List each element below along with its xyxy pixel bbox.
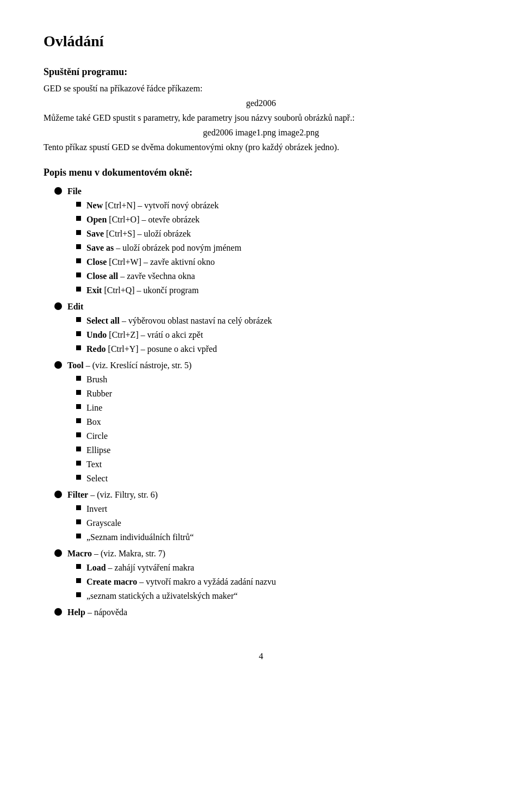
tool-content: Tool – (viz. Kreslící nástroje, str. 5) … [67,359,478,486]
bullet-sq [76,432,81,437]
list-item: Undo [Ctrl+Z] – vrátí o akci zpět [76,328,478,342]
bullet-filter [54,491,62,498]
list-item: „Seznam individuálních filtrů“ [76,531,478,544]
list-item: Close all – zavře všechna okna [76,270,478,283]
bullet-sq [76,272,81,277]
filter-item-list: „Seznam individuálních filtrů“ [86,531,478,544]
tool-item-box: Box [86,416,478,429]
list-item: Text [76,458,478,471]
filter-items: Invert Grayscale „Seznam individuálních … [67,503,478,544]
popis-heading: Popis menu v dokumentovém okně: [44,167,478,178]
edit-items: Select all – výběrovou oblast nastaví na… [67,314,478,356]
list-item: Create macro – vytvoří makro a vyžádá za… [76,575,478,588]
list-item-file: File New [Ctrl+N] – vytvoří nový obrázek… [54,185,478,298]
bullet-help [54,608,62,616]
bullet-sq [76,461,81,466]
list-item: Rubber [76,387,478,400]
list-item: Circle [76,430,478,443]
list-item: Ellipse [76,444,478,457]
bullet-sq [76,505,81,510]
macro-label-text: Macro – (viz. Makra, str. 7) [67,549,165,558]
list-item: Brush [76,373,478,386]
tool-item-text: Text [86,458,478,471]
spusteni-line1: GED se spouští na příkazové řádce příkaz… [44,82,478,95]
tool-item-rubber: Rubber [86,387,478,400]
macro-item-create: Create macro – vytvoří makro a vyžádá za… [86,575,478,588]
file-item-exit: Exit [Ctrl+Q] – ukončí program [86,284,478,297]
file-items: New [Ctrl+N] – vytvoří nový obrázek Open… [67,199,478,297]
list-item: Close [Ctrl+W] – zavře aktivní okno [76,256,478,269]
list-item: Line [76,401,478,414]
bullet-sq [76,447,81,451]
file-item-closeall: Close all – zavře všechna okna [86,270,478,283]
macro-items: Load – zahájí vytváření makra Create mac… [67,561,478,603]
list-item: Invert [76,503,478,516]
bullet-sq [76,564,81,569]
file-item-save: Save [Ctrl+S] – uloží obrázek [86,227,478,240]
list-item: Open [Ctrl+O] – otevře obrázek [76,213,478,226]
page-title: Ovládání [44,33,478,50]
file-item-saveas: Save as – uloží obrázek pod novým jménem [86,241,478,255]
list-item: Redo [Ctrl+Y] – posune o akci vpřed [76,343,478,356]
list-item: Box [76,416,478,429]
help-label-text: Help – nápověda [67,608,127,617]
list-item: Load – zahájí vytváření makra [76,561,478,574]
file-content: File New [Ctrl+N] – vytvoří nový obrázek… [67,185,478,298]
list-item-edit: Edit Select all – výběrovou oblast nasta… [54,300,478,357]
filter-item-invert: Invert [86,503,478,516]
tool-label-text: Tool – (viz. Kreslící nástroje, str. 5) [67,361,191,370]
bullet-sq [76,216,81,221]
edit-label: Edit [67,302,83,311]
bullet-sq [76,519,81,524]
bullet-sq [76,345,81,350]
tool-item-line: Line [86,401,478,414]
bullet-sq [76,331,81,336]
bullet-sq [76,390,81,395]
file-label: File [67,187,82,196]
bullet-sq [76,230,81,235]
macro-item-load: Load – zahájí vytváření makra [86,561,478,574]
bullet-edit [54,302,62,310]
page-number: 4 [259,652,263,661]
command1: ged2006 [44,98,478,108]
command2: ged2006 image1.png image2.png [44,128,478,138]
list-item: New [Ctrl+N] – vytvoří nový obrázek [76,199,478,212]
bullet-sq [76,592,81,597]
list-item-tool: Tool – (viz. Kreslící nástroje, str. 5) … [54,359,478,486]
file-item-open: Open [Ctrl+O] – otevře obrázek [86,213,478,226]
edit-content: Edit Select all – výběrovou oblast nasta… [67,300,478,357]
tool-item-brush: Brush [86,373,478,386]
filter-label-text: Filter – (viz. Filtry, str. 6) [67,490,158,499]
page-footer: 4 [44,652,478,661]
edit-item-selectall: Select all – výběrovou oblast nastaví na… [86,314,478,327]
bullet-tool [54,361,62,369]
bullet-sq [76,244,81,249]
help-content: Help – nápověda [67,606,478,619]
list-item-macro: Macro – (viz. Makra, str. 7) Load – zahá… [54,547,478,604]
list-item: Grayscale [76,517,478,530]
menu-list: File New [Ctrl+N] – vytvoří nový obrázek… [44,185,478,619]
filter-item-grayscale: Grayscale [86,517,478,530]
spusteni-line2: Můžeme také GED spustit s parametry, kde… [44,111,478,125]
file-item-close: Close [Ctrl+W] – zavře aktivní okno [86,256,478,269]
list-item: Exit [Ctrl+Q] – ukončí program [76,284,478,297]
file-item-new: New [Ctrl+N] – vytvoří nový obrázek [86,199,478,212]
bullet-sq [76,475,81,480]
bullet-sq [76,202,81,207]
bullet-sq [76,578,81,583]
bullet-sq [76,258,81,263]
edit-item-undo: Undo [Ctrl+Z] – vrátí o akci zpět [86,328,478,342]
macro-content: Macro – (viz. Makra, str. 7) Load – zahá… [67,547,478,604]
list-item: Select all – výběrovou oblast nastaví na… [76,314,478,327]
list-item-help: Help – nápověda [54,606,478,619]
tool-item-circle: Circle [86,430,478,443]
bullet-sq [76,418,81,423]
list-item: Select [76,472,478,485]
tool-items: Brush Rubber Line Box Circle [67,373,478,485]
tool-item-ellipse: Ellipse [86,444,478,457]
tool-item-select: Select [86,472,478,485]
bullet-file [54,187,62,195]
bullet-sq [76,287,81,292]
macro-item-list: „seznam statických a uživatelských maker… [86,590,478,603]
spusteni-heading: Spuštění programu: [44,66,478,78]
